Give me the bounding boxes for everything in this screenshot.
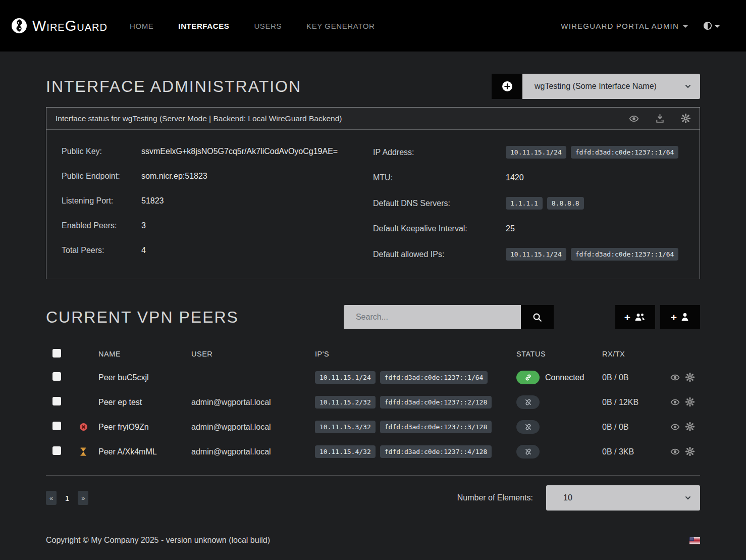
field-value: som.nicr.ep:51823 xyxy=(141,172,207,181)
badge-group: 10.11.15.1/24 fdfd:d3ad:c0de:1237::1/64 xyxy=(506,146,678,159)
row-actions xyxy=(670,447,702,456)
peer-name: Peer buC5cxjl xyxy=(98,373,191,382)
pagination: « 1 » xyxy=(46,491,88,505)
dns-badge: 1.1.1.1 xyxy=(506,197,543,210)
card-title: Interface status for wgTesting (Server M… xyxy=(56,114,342,123)
page-size-label: Number of Elements: xyxy=(457,493,533,502)
peer-row-checkbox[interactable] xyxy=(52,422,61,430)
page-footer: Copyright © My Company 2025 - version un… xyxy=(0,536,746,559)
disconnected-pill xyxy=(516,420,540,434)
view-peer-button[interactable] xyxy=(670,373,680,382)
disconnected-pill xyxy=(516,395,540,409)
search-button[interactable] xyxy=(521,305,554,329)
gear-icon xyxy=(685,373,695,382)
peers-table: NAME USER IP'S STATUS RX/TX Peer buC5cxj… xyxy=(46,343,700,476)
add-multiple-peers-button[interactable]: + xyxy=(615,305,655,329)
copyright-text: Copyright © My Company 2025 - version un… xyxy=(46,536,270,545)
state-icon-cell xyxy=(68,447,98,456)
peer-user: admin@wgportal.local xyxy=(191,398,315,407)
ip-badge: 10.11.15.1/24 xyxy=(315,371,376,384)
field-label: Listening Port: xyxy=(62,196,141,206)
peer-status: Connected xyxy=(516,371,602,384)
add-peer-button[interactable]: + xyxy=(660,305,700,329)
brand[interactable]: WireGuard xyxy=(11,18,108,34)
field-enabled-peers: Enabled Peers: 3 xyxy=(62,220,373,231)
field-value: ssvmEelxG+k8jsNO5G7cq5r/Ak7liCodAvOyoCg1… xyxy=(141,147,338,156)
download-config-button[interactable] xyxy=(655,114,665,123)
select-all-checkbox[interactable] xyxy=(52,349,61,358)
peer-rxtx: 0B / 3KB xyxy=(602,447,670,456)
us-flag-icon[interactable] xyxy=(689,537,700,544)
search-input[interactable] xyxy=(344,305,521,329)
view-peer-button[interactable] xyxy=(670,397,680,407)
nav-link-users[interactable]: USERS xyxy=(254,22,282,30)
field-value: 51823 xyxy=(141,196,164,206)
field-label: Public Key: xyxy=(62,147,141,156)
field-label: Total Peers: xyxy=(62,246,141,255)
view-peer-button[interactable] xyxy=(670,422,680,432)
view-peer-button[interactable] xyxy=(670,447,680,456)
field-label: IP Address: xyxy=(373,148,506,157)
gear-icon xyxy=(685,447,695,456)
field-label: Public Endpoint: xyxy=(62,172,141,181)
peer-row-checkbox[interactable] xyxy=(52,372,61,381)
field-listening-port: Listening Port: 51823 xyxy=(62,195,373,207)
circle-half-icon xyxy=(703,21,712,30)
peer-ips: 10.11.15.2/32 fdfd:d3ad:c0de:1237::2/128 xyxy=(315,396,516,409)
interface-select-value: wgTesting (Some Interface Name) xyxy=(535,82,657,91)
peer-status xyxy=(516,445,602,459)
interface-select[interactable]: wgTesting (Some Interface Name) xyxy=(522,74,700,99)
peer-status xyxy=(516,395,602,409)
peer-settings-button[interactable] xyxy=(685,373,695,382)
card-header: Interface status for wgTesting (Server M… xyxy=(46,108,700,130)
interface-settings-button[interactable] xyxy=(681,114,690,123)
page-size-value: 10 xyxy=(563,493,572,502)
field-label: Default DNS Servers: xyxy=(373,199,506,208)
ip-badge: fdfd:d3ad:c0de:1237::4/128 xyxy=(380,445,492,458)
nav-link-home[interactable]: HOME xyxy=(130,22,153,30)
peer-settings-button[interactable] xyxy=(685,447,695,456)
dns-badge: 8.8.8.8 xyxy=(547,197,584,210)
user-menu-dropdown[interactable]: WIREGUARD PORTAL ADMIN xyxy=(561,22,688,30)
col-header-status: STATUS xyxy=(516,350,602,358)
peer-rxtx: 0B / 0B xyxy=(602,423,670,432)
peer-row-checkbox[interactable] xyxy=(52,397,61,405)
eye-icon xyxy=(670,422,680,432)
peer-settings-button[interactable] xyxy=(685,422,695,432)
field-public-key: Public Key: ssvmEelxG+k8jsNO5G7cq5r/Ak7l… xyxy=(62,146,373,157)
brand-name: WireGuard xyxy=(32,18,108,34)
disconnected-pill xyxy=(516,445,540,459)
pagination-prev-button[interactable]: « xyxy=(46,491,57,505)
peer-settings-button[interactable] xyxy=(685,397,695,407)
field-label: MTU: xyxy=(373,173,506,182)
peer-row: Peer buC5cxjl 10.11.15.1/24 fdfd:d3ad:c0… xyxy=(46,365,700,390)
peer-ips: 10.11.15.3/32 fdfd:d3ad:c0de:1237::3/128 xyxy=(315,421,516,433)
search-icon xyxy=(532,313,542,322)
nav-link-key-generator[interactable]: KEY GENERATOR xyxy=(306,22,375,30)
peer-name: Peer fryiO9Zn xyxy=(98,423,191,432)
peer-row-checkbox[interactable] xyxy=(52,446,61,455)
field-value: 25 xyxy=(506,224,515,233)
theme-toggle-dropdown[interactable] xyxy=(703,21,720,30)
main-content: INTERFACE ADMINISTRATION wgTesting (Some… xyxy=(0,74,746,511)
pagination-next-button[interactable]: » xyxy=(78,491,88,505)
search-group xyxy=(344,305,554,329)
field-value: 3 xyxy=(141,221,146,230)
status-column-right: IP Address: 10.11.15.1/24 fdfd:d3ad:c0de… xyxy=(373,146,684,261)
download-icon xyxy=(655,114,665,123)
ip-badge: 10.11.15.2/32 xyxy=(315,396,376,409)
field-value: 1420 xyxy=(506,173,524,182)
nav-link-interfaces[interactable]: INTERFACES xyxy=(178,22,229,30)
add-interface-button[interactable] xyxy=(492,74,522,99)
status-label: Connected xyxy=(545,373,584,382)
page-size-select[interactable]: 10 xyxy=(546,485,700,511)
badge-group: 1.1.1.1 8.8.8.8 xyxy=(506,197,584,210)
view-config-button[interactable] xyxy=(629,114,639,124)
peer-row: Peer ep test admin@wgportal.local 10.11.… xyxy=(46,390,700,415)
pagination-current-page[interactable]: 1 xyxy=(65,494,69,502)
col-header-name: NAME xyxy=(98,350,191,358)
peer-ips: 10.11.15.1/24 fdfd:d3ad:c0de:1237::1/64 xyxy=(315,371,516,384)
peer-add-buttons: + + xyxy=(615,305,700,329)
caret-down-icon xyxy=(715,25,720,28)
field-label: Default allowed IPs: xyxy=(373,250,506,259)
